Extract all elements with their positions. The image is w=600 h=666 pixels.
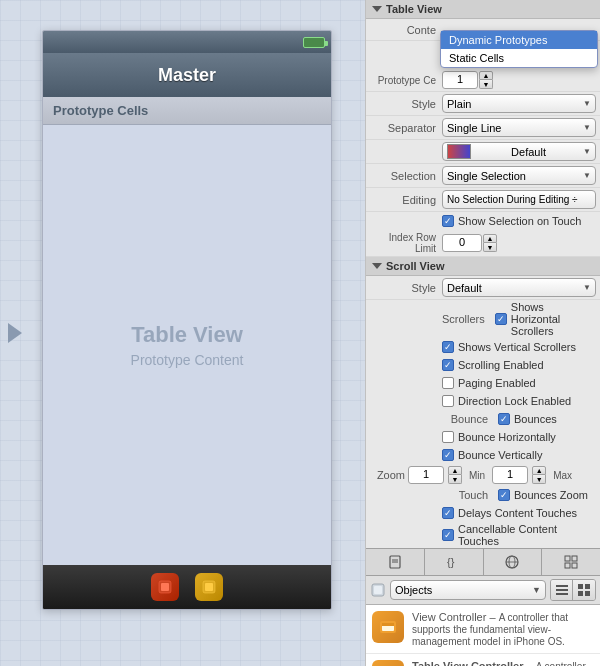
index-row-limit-stepper[interactable]: ▲ ▼ — [483, 234, 497, 252]
zoom-min-label: Min — [469, 470, 485, 481]
style-dropdown[interactable]: Plain ▼ — [442, 94, 596, 113]
zoom-min-down[interactable]: ▼ — [448, 475, 462, 484]
svg-rect-18 — [556, 589, 568, 591]
objects-dropdown[interactable]: Objects ▼ — [390, 580, 546, 600]
zoom-max-down[interactable]: ▼ — [532, 475, 546, 484]
selection-row: Selection Single Selection ▼ — [366, 164, 600, 188]
bounces-checkbox[interactable]: ✓ — [498, 413, 510, 425]
table-view-controller-item[interactable]: Table View Controller – A controller tha… — [366, 654, 600, 666]
objects-dropdown-arrow: ▼ — [532, 585, 541, 595]
svg-rect-12 — [572, 556, 577, 561]
table-content: Table View Prototype Content — [43, 125, 331, 565]
zoom-max-up[interactable]: ▲ — [532, 466, 546, 475]
direction-lock-row: Direction Lock Enabled — [366, 392, 600, 410]
svg-rect-19 — [556, 593, 568, 595]
scrolling-enabled-label: Scrolling Enabled — [458, 359, 544, 371]
cancellable-content-area: ✓ Cancellable Content Touches — [442, 523, 596, 547]
shows-vertical-checkbox[interactable]: ✓ — [442, 341, 454, 353]
table-view-watermark: Table View — [131, 322, 243, 348]
shows-horizontal-checkbox[interactable]: ✓ — [495, 313, 507, 325]
index-stepper-down[interactable]: ▼ — [483, 243, 497, 252]
selection-dropdown[interactable]: Single Selection ▼ — [442, 166, 596, 185]
bounce-prefix: Bounce — [442, 413, 494, 425]
stepper-up[interactable]: ▲ — [479, 71, 493, 80]
toolbar-icon-yellow[interactable] — [195, 573, 223, 601]
svg-rect-22 — [578, 591, 583, 596]
list-view-btn[interactable] — [551, 580, 573, 600]
index-row-limit-input[interactable]: 0 — [442, 234, 482, 252]
scroll-style-row: Style Default ▼ — [366, 276, 600, 300]
bounce-vertically-row: ✓ Bounce Vertically — [366, 446, 600, 464]
svg-rect-14 — [572, 563, 577, 568]
view-controller-title: View Controller – A controller that supp… — [412, 611, 594, 647]
bounces-zoom-checkbox[interactable]: ✓ — [498, 489, 510, 501]
zoom-max-input[interactable]: 1 — [492, 466, 528, 484]
bounce-vertically-area: ✓ Bounce Vertically — [442, 449, 542, 461]
style-label: Style — [370, 98, 442, 110]
index-row-limit-row: Index Row Limit 0 ▲ ▼ — [366, 230, 600, 257]
zoom-max-stepper[interactable]: ▲ ▼ — [532, 466, 546, 484]
zoom-min-stepper[interactable]: ▲ ▼ — [448, 466, 462, 484]
tab-code[interactable]: {} — [425, 549, 484, 575]
stepper-down[interactable]: ▼ — [479, 80, 493, 89]
bounce-horizontally-checkbox[interactable] — [442, 431, 454, 443]
paging-enabled-label: Paging Enabled — [458, 377, 536, 389]
bounces-row: Bounce ✓ Bounces — [366, 410, 600, 428]
view-controller-item[interactable]: View Controller – A controller that supp… — [366, 605, 600, 654]
cancellable-content-label: Cancellable Content Touches — [458, 523, 596, 547]
grid-view-btn[interactable] — [573, 580, 595, 600]
scroll-section-icon[interactable] — [372, 263, 382, 269]
color-dropdown[interactable]: Default ▼ — [442, 142, 596, 161]
editing-dropdown[interactable]: No Selection During Editing ÷ — [442, 190, 596, 209]
prototype-cells-label: Prototype Ce — [370, 75, 442, 86]
index-stepper-up[interactable]: ▲ — [483, 234, 497, 243]
scroll-style-dropdown[interactable]: Default ▼ — [442, 278, 596, 297]
scrolling-enabled-row: ✓ Scrolling Enabled — [366, 356, 600, 374]
separator-dropdown[interactable]: Single Line ▼ — [442, 118, 596, 137]
direction-lock-checkbox[interactable] — [442, 395, 454, 407]
tab-globe[interactable] — [484, 549, 543, 575]
iphone-frame: Master Prototype Cells Table View Protot… — [42, 30, 332, 610]
content-label: Conte — [370, 24, 442, 36]
section-collapse-icon[interactable] — [372, 6, 382, 12]
bounces-zoom-row: Touch ✓ Bounces Zoom — [366, 486, 600, 504]
shows-horizontal-area: Scrollers ✓ Shows Horizontal Scrollers — [442, 301, 596, 337]
bounce-horizontally-row: Bounce Horizontally — [366, 428, 600, 446]
dynamic-prototypes-option[interactable]: Dynamic Prototypes — [441, 31, 597, 49]
content-row: Conte Dynamic Prototypes Static Cells — [366, 19, 600, 41]
prototype-cells-row: Prototype Ce 1 ▲ ▼ — [366, 69, 600, 92]
tab-file[interactable] — [366, 549, 425, 575]
zoom-label: Zoom — [370, 469, 405, 481]
color-swatch — [447, 144, 471, 159]
svg-rect-3 — [205, 583, 213, 591]
selection-label: Selection — [370, 170, 442, 182]
table-view-controller-text: Table View Controller – A controller tha… — [412, 660, 594, 666]
separator-arrow: ▼ — [583, 123, 591, 132]
shows-vertical-area: ✓ Shows Vertical Scrollers — [442, 341, 576, 353]
scroll-view-section-header: Scroll View — [366, 257, 600, 276]
content-dropdown-open[interactable]: Dynamic Prototypes Static Cells — [440, 30, 598, 68]
svg-rect-23 — [585, 591, 590, 596]
shows-vertical-label: Shows Vertical Scrollers — [458, 341, 576, 353]
zoom-min-up[interactable]: ▲ — [448, 466, 462, 475]
prototype-cells-value[interactable]: 1 — [442, 71, 478, 89]
bounces-zoom-area: Touch ✓ Bounces Zoom — [442, 489, 588, 501]
scroll-view-label: Scroll View — [386, 260, 445, 272]
show-selection-checkbox[interactable]: ✓ — [442, 215, 454, 227]
bounce-vertically-checkbox[interactable]: ✓ — [442, 449, 454, 461]
scrollers-prefix: Scrollers — [442, 313, 491, 325]
static-cells-option[interactable]: Static Cells — [441, 49, 597, 67]
paging-enabled-checkbox[interactable] — [442, 377, 454, 389]
style-arrow: ▼ — [583, 99, 591, 108]
bounces-label: Bounces — [514, 413, 557, 425]
zoom-min-input[interactable]: 1 — [408, 466, 444, 484]
cancellable-content-checkbox[interactable]: ✓ — [442, 529, 454, 541]
prototype-cells-stepper[interactable]: ▲ ▼ — [479, 71, 493, 89]
tab-grid[interactable] — [542, 549, 600, 575]
objects-bar: Objects ▼ — [366, 576, 600, 605]
delays-content-checkbox[interactable]: ✓ — [442, 507, 454, 519]
scrolling-enabled-checkbox[interactable]: ✓ — [442, 359, 454, 371]
toolbar-icon-red[interactable] — [151, 573, 179, 601]
table-view-section-header: Table View — [366, 0, 600, 19]
canvas: Master Prototype Cells Table View Protot… — [0, 0, 365, 666]
